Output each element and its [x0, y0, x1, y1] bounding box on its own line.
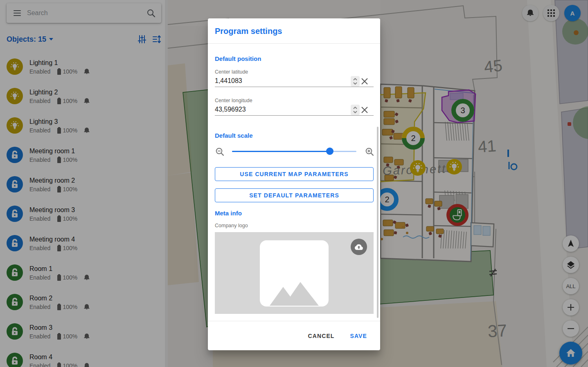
- longitude-clear-button[interactable]: [360, 105, 369, 115]
- input-underline: [215, 115, 374, 116]
- section-default-position: Default position: [215, 55, 261, 62]
- zoom-in-icon[interactable]: [365, 148, 374, 156]
- latitude-clear-button[interactable]: [360, 76, 369, 87]
- latitude-stepper[interactable]: [351, 76, 360, 87]
- set-default-parameters-button[interactable]: SET DEFAULT PARAMETERS: [215, 188, 374, 202]
- longitude-stepper[interactable]: [351, 105, 360, 115]
- zoom-out-icon[interactable]: [216, 148, 224, 156]
- dialog-footer: CANCEL SAVE: [208, 321, 380, 350]
- program-settings-dialog: Program settings Default position Center…: [208, 18, 380, 350]
- dialog-scrollbar[interactable]: [377, 127, 378, 318]
- dialog-title: Program settings: [215, 27, 282, 36]
- cancel-button[interactable]: CANCEL: [306, 330, 336, 342]
- section-meta-info: Meta info: [215, 210, 242, 217]
- longitude-input[interactable]: [215, 106, 350, 113]
- scale-slider-thumb[interactable]: [326, 148, 333, 155]
- scale-slider-fill: [232, 151, 330, 152]
- latitude-input[interactable]: [215, 77, 350, 85]
- use-current-map-parameters-button[interactable]: USE CURRENT MAP PARAMETERS: [215, 167, 374, 181]
- mountains-icon: [268, 278, 321, 307]
- company-logo-label: Company logo: [215, 223, 248, 228]
- input-underline: [215, 87, 374, 87]
- company-logo-dropzone[interactable]: [215, 232, 374, 314]
- app-root: 45 41 37 Garonnette 3: [0, 0, 588, 367]
- scale-slider-row: [215, 146, 374, 156]
- section-default-scale: Default scale: [215, 132, 253, 139]
- divider: [208, 43, 380, 44]
- upload-logo-button[interactable]: [351, 239, 367, 255]
- cloud-upload-icon: [354, 242, 364, 252]
- image-placeholder: [260, 240, 329, 307]
- longitude-label: Center longitude: [215, 98, 252, 103]
- save-button[interactable]: SAVE: [349, 330, 369, 342]
- latitude-label: Center latitude: [215, 69, 248, 75]
